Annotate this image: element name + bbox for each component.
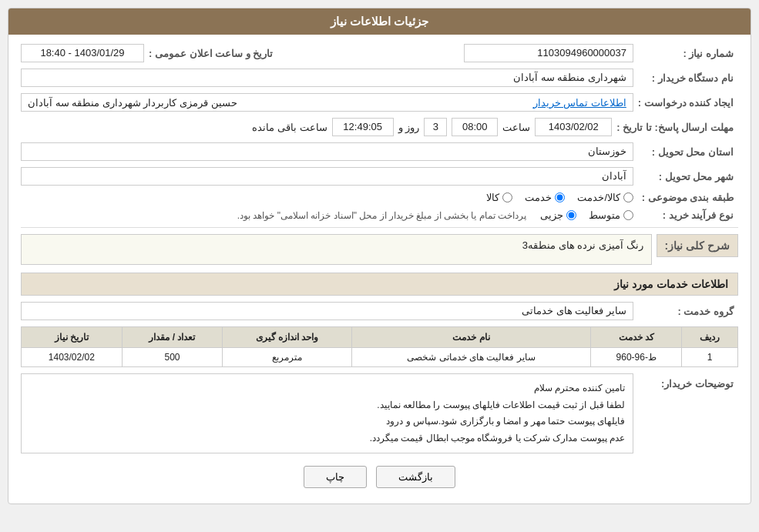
- radio-jozi[interactable]: [566, 210, 576, 220]
- process-label: نوع فرآیند خرید :: [638, 209, 738, 221]
- motawaset-label: متوسط: [589, 209, 620, 221]
- need-desc-value: رنگ آمیزی نرده های منطقه3: [21, 234, 652, 265]
- buyer-note-line: فایلهای پیوست حتما مهر و امضا و بارگزاری…: [29, 413, 625, 430]
- cell-code: ط-96-960: [591, 348, 682, 367]
- deadline-time: 08:00: [452, 118, 498, 136]
- col-qty: تعداد / مقدار: [122, 327, 223, 348]
- category-option-khedmat[interactable]: خدمت: [525, 192, 565, 203]
- cell-row: 1: [682, 348, 738, 367]
- cell-unit: مترمربع: [223, 348, 351, 367]
- services-table: ردیف کد خدمت نام خدمت واحد اندازه گیری ت…: [21, 326, 738, 367]
- need-desc-section-label: شرح کلی نیاز:: [657, 234, 738, 257]
- deadline-label: مهلت ارسال پاسخ: تا تاریخ :: [616, 122, 738, 133]
- service-group-label: گروه خدمت :: [638, 306, 738, 317]
- category-option-kala[interactable]: کالا: [486, 192, 512, 203]
- radio-kala[interactable]: [502, 192, 512, 202]
- deadline-remaining-label: ساعت باقی مانده: [252, 122, 327, 133]
- deadline-days: 3: [424, 118, 447, 136]
- contact-link[interactable]: اطلاعات تماس خریدار: [533, 97, 626, 109]
- category-label: طبقه بندی موضوعی :: [638, 192, 738, 203]
- announce-date-label: تاریخ و ساعت اعلان عمومی :: [149, 48, 277, 59]
- divider-1: [21, 227, 738, 228]
- city-value: آبادان: [21, 167, 633, 186]
- process-note: پرداخت تمام یا بخشی از مبلغ خریدار از مح…: [237, 210, 526, 221]
- radio-kala-khedmat[interactable]: [623, 192, 633, 202]
- deadline-days-label: روز و: [398, 122, 420, 133]
- org-name-label: نام دستگاه خریدار :: [638, 72, 738, 84]
- process-group: متوسط جزیی: [540, 209, 633, 221]
- cell-date: 1403/02/02: [22, 348, 123, 367]
- page-title: جزئیات اطلاعات نیاز: [8, 8, 751, 35]
- province-label: استان محل تحویل :: [638, 146, 738, 158]
- province-value: خوزستان: [21, 142, 633, 161]
- col-unit: واحد اندازه گیری: [223, 327, 351, 348]
- category-group: کالا/خدمت خدمت کالا: [486, 192, 633, 203]
- announce-date-value: 1403/01/29 - 18:40: [21, 44, 144, 62]
- creator-name: حسین قرمزی کاربردار شهرداری منطقه سه آبا…: [28, 97, 237, 109]
- city-label: شهر محل تحویل :: [638, 171, 738, 182]
- process-option-motawaset[interactable]: متوسط: [589, 209, 633, 221]
- tender-number-label: شماره نیاز :: [638, 48, 738, 59]
- col-row: ردیف: [682, 327, 738, 348]
- deadline-remaining: 12:49:05: [332, 118, 394, 136]
- category-option-kala-khedmat[interactable]: کالا/خدمت: [577, 192, 633, 203]
- buyer-notes-content: تامین کننده محترم سلاملطفا قبل از ثبت قی…: [21, 373, 633, 453]
- back-button[interactable]: بازگشت: [376, 466, 455, 488]
- col-name: نام خدمت: [351, 327, 591, 348]
- jozi-label: جزیی: [540, 209, 563, 221]
- deadline-time-label: ساعت: [502, 122, 530, 133]
- col-date: تاریخ نیاز: [22, 327, 123, 348]
- process-option-jozi[interactable]: جزیی: [540, 209, 576, 221]
- buyer-notes-label: توضیحات خریدار:: [638, 373, 738, 390]
- cell-qty: 500: [122, 348, 223, 367]
- creator-value: اطلاعات تماس خریدار حسین قرمزی کاربردار …: [21, 93, 633, 112]
- radio-motawaset[interactable]: [623, 210, 633, 220]
- radio-khedmat[interactable]: [555, 192, 565, 202]
- buyer-note-line: تامین کننده محترم سلام: [29, 380, 625, 397]
- kala-khedmat-label: کالا/خدمت: [577, 192, 620, 203]
- cell-name: سایر فعالیت های خدماتی شخصی: [351, 348, 591, 367]
- kala-label: کالا: [486, 192, 499, 203]
- col-code: کد خدمت: [591, 327, 682, 348]
- table-row: 1 ط-96-960 سایر فعالیت های خدماتی شخصی م…: [22, 348, 738, 367]
- buyer-note-line: عدم پیوست مدارک شرکت یا فروشگاه موجب ابط…: [29, 430, 625, 447]
- button-row: بازگشت چاپ: [21, 466, 738, 488]
- khedmat-label: خدمت: [525, 192, 552, 203]
- creator-label: ایجاد کننده درخواست :: [638, 97, 738, 109]
- buyer-note-line: لطفا قبل از ثبت قیمت اطلاعات فایلهای پیو…: [29, 397, 625, 414]
- service-group-value: سایر فعالیت های خدماتی: [21, 302, 633, 320]
- deadline-date: 1403/02/02: [535, 118, 612, 136]
- services-section-header: اطلاعات خدمات مورد نیاز: [21, 273, 738, 296]
- print-button[interactable]: چاپ: [304, 466, 367, 488]
- org-name-value: شهرداری منطقه سه آبادان: [21, 69, 633, 87]
- tender-number-value: 1103094960000037: [464, 44, 633, 62]
